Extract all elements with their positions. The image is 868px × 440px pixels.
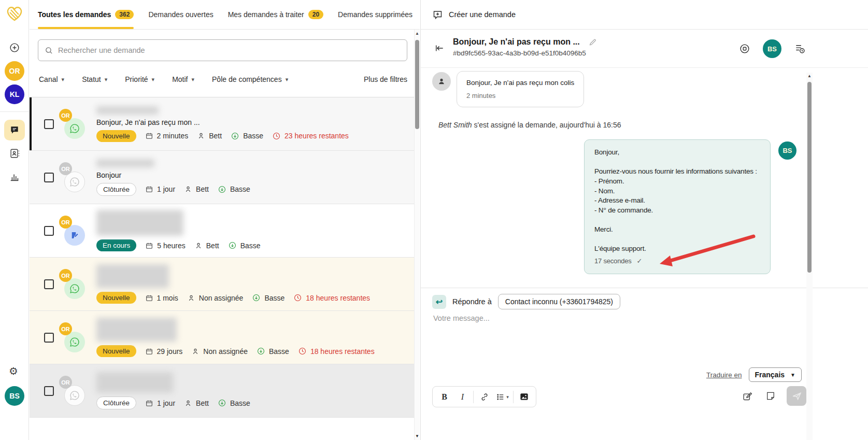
edit-title-pencil-icon[interactable] <box>588 38 597 47</box>
italic-button[interactable]: I <box>453 388 472 405</box>
status-badge: Nouvelle <box>96 292 136 304</box>
ticket-age: 1 jour <box>145 399 175 407</box>
customer-avatar <box>432 72 451 91</box>
reply-to-contact[interactable]: Contact inconnu (+33601794825) <box>498 294 620 309</box>
ticket-summary: Bonjour, Je n'ai pas reçu mon ... Nouvel… <box>89 106 406 142</box>
agent-message-time: 17 secondes ✓ <box>594 257 760 266</box>
tab-open-requests[interactable]: Demandes ouvertes <box>148 0 213 29</box>
ticket-checkbox[interactable] <box>44 119 54 129</box>
ticket-row[interactable]: OR Bonjour, Je n'ai pas reçu mon ... Nou… <box>30 97 420 151</box>
link-button[interactable] <box>475 388 493 405</box>
send-button[interactable] <box>787 386 806 406</box>
language-select[interactable]: Français ▼ <box>749 367 802 382</box>
more-filters-button[interactable]: Plus de filtres <box>364 75 407 83</box>
ticket-checkbox[interactable] <box>44 386 54 396</box>
message-editor[interactable]: Votre message... <box>433 314 490 322</box>
nav-inbox-icon[interactable] <box>4 120 25 140</box>
filter-canal[interactable]: Canal ▾ <box>39 75 64 83</box>
calendar-icon <box>145 347 153 356</box>
filter-priorite[interactable]: Priorité ▾ <box>125 75 154 83</box>
search-input[interactable] <box>58 46 401 54</box>
settings-gear-icon[interactable]: ⚙ <box>9 366 18 376</box>
redacted-contact-name <box>96 372 173 393</box>
translate-link[interactable]: Traduire en <box>706 371 742 379</box>
owner-badge: OR <box>59 162 72 175</box>
ticket-sla: 23 heures restantes <box>272 132 349 140</box>
chevron-down-icon: ▾ <box>152 76 155 83</box>
priority-low-icon <box>218 185 226 194</box>
filter-label: Priorité <box>125 75 148 83</box>
record-stop-icon[interactable] <box>739 43 750 54</box>
ticket-row[interactable]: OR Nouvelle 29 jours <box>30 311 420 364</box>
list-button[interactable]: ▾ <box>493 388 511 405</box>
ticket-avatar: OR <box>59 267 89 301</box>
status-badge: Clôturée <box>96 183 136 196</box>
ticket-checkbox[interactable] <box>44 226 54 236</box>
ticket-checkbox[interactable] <box>44 279 54 289</box>
ticket-summary: En cours 5 heures Bett Basse <box>89 210 406 251</box>
priority-low-icon <box>218 399 226 407</box>
redacted-contact-name <box>96 318 177 342</box>
brand-heart-logo[interactable] <box>4 3 25 24</box>
ticket-summary: Nouvelle 1 mois Non assignée Basse <box>89 264 406 304</box>
ticket-row[interactable]: OR Nouvelle 1 mois <box>30 258 420 311</box>
filter-pole[interactable]: Pôle de compétences ▾ <box>212 75 288 83</box>
ticket-avatar: OR <box>59 374 89 408</box>
composer: ↩ Répondre à Contact inconnu (+336017948… <box>421 288 868 440</box>
image-button[interactable] <box>515 388 533 405</box>
system-event-actor: Bett Smith <box>438 121 472 129</box>
create-request-icon[interactable] <box>432 9 443 20</box>
tab-label: Toutes les demandes <box>38 10 111 19</box>
ticket-assignee: Bett <box>184 399 209 407</box>
chevron-down-icon: ▾ <box>191 76 194 83</box>
workspace-avatar-kl[interactable]: KL <box>5 84 24 104</box>
assignee-avatar[interactable]: BS <box>763 39 781 58</box>
note-icon[interactable] <box>765 391 776 401</box>
workspace-avatar-or[interactable]: OR <box>5 61 24 81</box>
ticket-summary: Bonjour Clôturée 1 jour Bett <box>89 159 406 196</box>
calendar-icon <box>145 294 153 302</box>
user-avatar-bs[interactable]: BS <box>5 386 24 406</box>
back-icon[interactable] <box>434 43 445 53</box>
priority-low-icon <box>257 347 265 356</box>
filter-motif[interactable]: Motif ▾ <box>172 75 194 83</box>
filter-label: Canal <box>39 75 58 83</box>
ticket-tabs: Toutes les demandes 362 Demandes ouverte… <box>30 0 420 30</box>
scroll-up-icon[interactable]: ▲ <box>806 74 813 78</box>
activity-log-icon[interactable] <box>794 43 806 55</box>
calendar-icon <box>145 399 153 407</box>
ticket-row[interactable]: OR Clôturée 1 jour <box>30 364 420 418</box>
scroll-down-icon[interactable]: ▼ <box>415 434 420 438</box>
ticket-checkbox[interactable] <box>44 333 54 343</box>
ticket-sla: 18 heures restantes <box>298 347 375 356</box>
scroll-up-icon[interactable]: ▲ <box>415 31 420 36</box>
ticket-row[interactable]: OR En cours 5 heures <box>30 204 420 258</box>
tab-deleted-requests[interactable]: Demandes supprimées <box>338 0 412 29</box>
list-scrollbar: ▲ ▼ <box>414 30 420 440</box>
priority-low-icon <box>252 293 261 302</box>
ticket-checkbox[interactable] <box>44 173 54 182</box>
nav-contacts-icon[interactable] <box>9 148 20 159</box>
filter-statut[interactable]: Statut ▾ <box>82 75 107 83</box>
ticket-avatar: OR <box>59 107 89 141</box>
ticket-row[interactable]: OR Bonjour Clôturée <box>30 151 420 204</box>
translate-row: Traduire en Français ▼ <box>706 367 802 382</box>
create-request-label[interactable]: Créer une demande <box>449 10 516 19</box>
person-icon <box>194 242 203 250</box>
bold-button[interactable]: B <box>435 388 453 405</box>
tab-my-requests[interactable]: Mes demandes à traiter 20 <box>228 0 323 29</box>
search-box[interactable] <box>38 39 407 61</box>
saved-replies-icon[interactable] <box>742 391 753 402</box>
list-scrollbar-thumb[interactable] <box>415 40 419 129</box>
ticket-meta: Nouvelle 29 jours Non assignée Basse <box>96 345 406 357</box>
tab-all-requests[interactable]: Toutes les demandes 362 <box>38 0 134 29</box>
page-scrollbar-thumb[interactable] <box>807 82 812 273</box>
ticket-subject: Bonjour, Je n'ai pas reçu mon ... <box>96 118 406 126</box>
status-badge: En cours <box>96 239 136 251</box>
customer-message-bubble: Bonjour, Je n'ai pas reçu mon colis 2 mi… <box>457 71 584 107</box>
redacted-contact-name <box>96 106 159 115</box>
ticket-list-panel: Toutes les demandes 362 Demandes ouverte… <box>30 0 420 440</box>
add-workspace-icon[interactable] <box>9 42 20 53</box>
chevron-down-icon: ▾ <box>62 76 65 83</box>
nav-analytics-icon[interactable] <box>9 171 20 182</box>
